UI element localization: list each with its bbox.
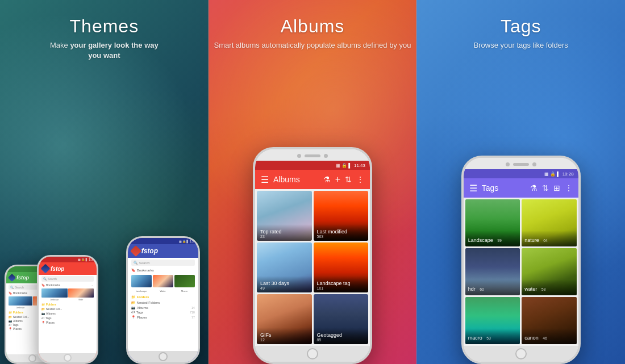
folder-icon-1: 📁 — [9, 311, 12, 314]
album-last-modified[interactable]: Last modified 563 — [314, 191, 369, 241]
tag-nature-name: nature — [524, 237, 539, 243]
thumb-labels-blue: Landscape Water Macro — [128, 290, 198, 292]
thumb-row-red — [39, 288, 97, 298]
tags-heading: Tags — [474, 16, 568, 37]
tag-hdr-label: hdr 60 — [465, 279, 520, 295]
albums-home-btn — [307, 348, 318, 359]
home-btn-red — [64, 354, 72, 362]
themes-subtitle: Make your gallery look the wayyou want — [50, 40, 159, 61]
tags-big-phone: ▦ 🔒 ▌ 10:28 ☰ Tags ⚗ ⇅ ⊞ ⋮ — [461, 156, 581, 364]
tag-nature[interactable]: nature 64 — [522, 199, 577, 246]
albums-heading: Albums — [214, 16, 411, 37]
tags-panel: Tags Browse your tags like folders ▦ 🔒 ▌… — [416, 0, 625, 364]
tags-title-block: Tags Browse your tags like folders — [474, 16, 568, 51]
themes-heading: Themes — [50, 16, 159, 37]
home-bar-red — [39, 353, 97, 362]
album-last-30[interactable]: Last 30 days 49 — [257, 242, 312, 292]
fstop-logo-blue: fstop — [141, 247, 158, 255]
album-geotagged[interactable]: Geotagged 85 — [314, 294, 369, 344]
bookmarks-label-blue: Bookmarks — [137, 269, 154, 272]
album-landscape-name: Landscape tag — [317, 281, 365, 286]
tags-count-blue: 710 — [190, 311, 194, 314]
bookmarks-red: 🔖 Bookmarks → — [39, 283, 97, 287]
more-icon[interactable]: ⋮ — [356, 175, 364, 184]
tags-filter-icon[interactable]: ⚗ — [530, 183, 538, 193]
add-icon[interactable]: + — [335, 174, 340, 185]
folders-label-1: Folders — [13, 311, 23, 314]
fstop-logo-1: fstop — [16, 275, 29, 281]
albums-label-red: Albums — [46, 312, 56, 315]
time-blue: 1:34 — [190, 240, 195, 243]
filter-icon[interactable]: ⚗ — [323, 175, 331, 184]
tag-canon[interactable]: canon 46 — [522, 297, 577, 344]
label-landscape-1: Landscape — [9, 307, 32, 309]
places-icon-blue: 📍 — [131, 315, 135, 319]
tag-hdr[interactable]: hdr 60 — [465, 248, 520, 295]
places-icon-1: 📍 — [9, 327, 12, 330]
tags-blue: 🏷 Tags 710 — [128, 310, 198, 315]
phone-red-body: ▦ 🔒 ▌ 1:34 fstop 🔍 Search — [37, 255, 98, 364]
bookmark-icon-1: 🔖 — [9, 291, 12, 295]
tags-hamburger-icon[interactable]: ☰ — [469, 183, 477, 194]
status-icons-blue: ▦ 🔒 ▌ — [179, 240, 189, 243]
sort-icon[interactable]: ⇅ — [345, 175, 352, 184]
albums-status-icons: ▦ 🔒 ▌ — [336, 163, 352, 168]
label-l-red: Landscape — [41, 299, 68, 301]
bookmarks-blue: 🔖 Bookmarks — [128, 267, 198, 273]
tags-phone: ▦ 🔒 ▌ 10:28 ☰ Tags ⚗ ⇅ ⊞ ⋮ — [461, 156, 581, 364]
tag-macro[interactable]: macro 53 — [465, 297, 520, 344]
tag-hdr-name: hdr — [468, 286, 476, 292]
search-label-1: Search — [15, 286, 24, 289]
tags-red: 🏷 Tags — [39, 316, 97, 320]
tags-status-time: 10:28 — [562, 171, 574, 177]
albums-panel: Albums Smart albums automatically popula… — [209, 0, 417, 364]
album-geo-name: Geotagged — [317, 332, 365, 338]
home-btn-blue — [159, 352, 168, 361]
tag-nature-label: nature 64 — [522, 231, 577, 246]
tag-water[interactable]: water 58 — [522, 248, 577, 295]
album-top-rated[interactable]: Top rated 23 — [257, 191, 312, 241]
album-gifs-name: GIFs — [260, 332, 309, 338]
album-landscape-count: 101 — [317, 286, 365, 290]
nested-icon-red: 📂 — [41, 307, 45, 311]
fstop-diamond-red — [41, 264, 51, 274]
tag-landscape[interactable]: Landscape 99 — [465, 199, 520, 246]
hamburger-icon[interactable]: ☰ — [261, 174, 269, 185]
album-landscape-tag[interactable]: Landscape tag 101 — [314, 242, 369, 292]
tag-landscape-label: Landscape 99 — [465, 231, 520, 246]
tag-macro-name: macro — [468, 335, 482, 341]
themes-title-block: Themes Make your gallery look the wayyou… — [50, 16, 159, 61]
albums-icon-red: 📷 — [41, 312, 45, 315]
fstop-diamond-1 — [8, 274, 16, 282]
albums-count-blue: 14 — [191, 306, 195, 309]
thumb-s-red — [68, 288, 94, 298]
album-last-modified-label: Last modified 563 — [314, 224, 369, 241]
tag-water-count: 58 — [541, 287, 546, 291]
folder-icon-red: 📁 — [41, 303, 45, 306]
tag-canon-label: canon 46 — [522, 328, 577, 344]
themes-panel: Themes Make your gallery look the wayyou… — [0, 0, 209, 364]
label-m-blue: Macro — [174, 290, 195, 292]
album-top-rated-count: 23 — [260, 235, 309, 239]
tags-sort-icon[interactable]: ⇅ — [542, 183, 549, 193]
tag-nature-count: 64 — [543, 239, 548, 242]
albums-title-block: Albums Smart albums automatically popula… — [214, 16, 411, 51]
tags-toolbar: ☰ Tags ⚗ ⇅ ⊞ ⋮ — [464, 178, 578, 198]
places-label-blue: Places — [137, 316, 147, 319]
tags-grid-icon[interactable]: ⊞ — [553, 183, 560, 193]
label-l-blue: Landscape — [131, 290, 152, 292]
tags-more-icon[interactable]: ⋮ — [565, 183, 573, 193]
tags-home-btn — [515, 348, 527, 359]
tag-landscape-name: Landscape — [468, 237, 493, 243]
phone-top — [255, 149, 370, 161]
search-icon-blue: 🔍 — [134, 261, 138, 265]
albums-blue: 📷 Albums 14 — [128, 305, 198, 310]
tags-toolbar-title: Tags — [482, 183, 526, 193]
tags-label-blue: Tags — [136, 311, 144, 314]
folders-label-blue: Folders — [137, 295, 149, 299]
album-gifs[interactable]: GIFs 12 — [257, 294, 312, 344]
thumb-landscape-1 — [9, 296, 32, 306]
label-w-red: Water — [68, 299, 94, 301]
albums-status-bar: ▦ 🔒 ▌ 11:43 — [255, 161, 370, 170]
tags-camera-dot — [506, 162, 510, 166]
